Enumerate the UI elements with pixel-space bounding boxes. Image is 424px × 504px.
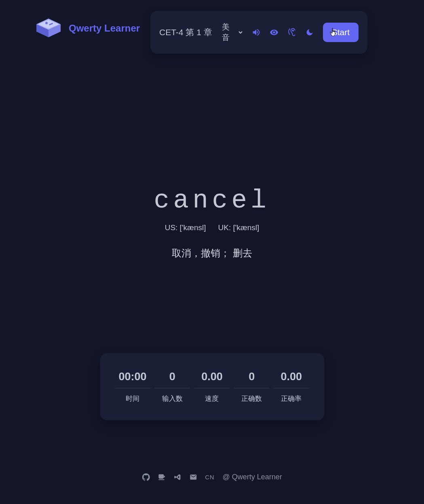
stat-input: 0 输入数 — [154, 371, 190, 403]
pronunciation-selector[interactable]: 美音 — [222, 22, 243, 43]
stat-input-label: 输入数 — [162, 394, 183, 403]
start-label: Start — [332, 28, 350, 37]
phonetic-us: US: ['kænsl] — [165, 223, 206, 232]
stat-correct-label: 正确数 — [241, 394, 262, 403]
start-button[interactable]: Start — [323, 23, 359, 42]
phonetic-uk: UK: ['kænsl] — [218, 223, 259, 232]
svg-point-0 — [45, 22, 48, 24]
stat-time: 00:00 时间 — [115, 371, 150, 403]
stat-time-value: 00:00 — [115, 371, 150, 388]
stat-accuracy-label: 正确率 — [281, 394, 302, 403]
svg-point-2 — [292, 30, 294, 32]
eye-icon[interactable] — [270, 28, 278, 37]
stat-correct-value: 0 — [234, 371, 270, 388]
github-icon[interactable] — [142, 473, 150, 481]
stat-speed: 0.00 速度 — [194, 371, 230, 403]
hearing-icon[interactable] — [287, 28, 296, 37]
coffee-icon[interactable] — [158, 473, 165, 481]
mail-icon[interactable] — [189, 473, 197, 481]
translation: 取消，撤销； 删去 — [0, 247, 424, 260]
word-display: cancel — [0, 186, 424, 215]
stat-accuracy: 0.00 正确率 — [274, 371, 309, 403]
copyright: @ Qwerty Learner — [222, 473, 282, 481]
moon-icon[interactable] — [305, 28, 314, 37]
footer: CN @ Qwerty Learner — [142, 473, 282, 481]
stat-speed-value: 0.00 — [194, 371, 230, 388]
language-toggle[interactable]: CN — [205, 474, 214, 481]
top-bar: CET-4 第 1 章 美音 — [150, 11, 367, 54]
pronunciation-label: 美音 — [222, 22, 236, 43]
stat-speed-label: 速度 — [205, 394, 219, 403]
stat-correct: 0 正确数 — [234, 371, 270, 403]
main-content: cancel US: ['kænsl] UK: ['kænsl] 取消，撤销； … — [0, 186, 424, 260]
chevron-down-icon — [238, 28, 243, 37]
volume-icon[interactable] — [252, 28, 261, 37]
stat-input-value: 0 — [154, 371, 190, 388]
app-title: Qwerty Learner — [69, 22, 140, 34]
phonetic-row: US: ['kænsl] UK: ['kænsl] — [0, 223, 424, 232]
chapter-title[interactable]: CET-4 第 1 章 — [159, 26, 213, 39]
logo-area[interactable]: Qwerty Learner — [34, 15, 140, 41]
stats-bar: 00:00 时间 0 输入数 0.00 速度 0 正确数 0.00 正确率 — [100, 353, 324, 420]
vscode-icon[interactable] — [173, 473, 181, 481]
stat-accuracy-value: 0.00 — [274, 371, 309, 388]
keyboard-icon — [34, 15, 63, 41]
stat-time-label: 时间 — [126, 394, 139, 403]
